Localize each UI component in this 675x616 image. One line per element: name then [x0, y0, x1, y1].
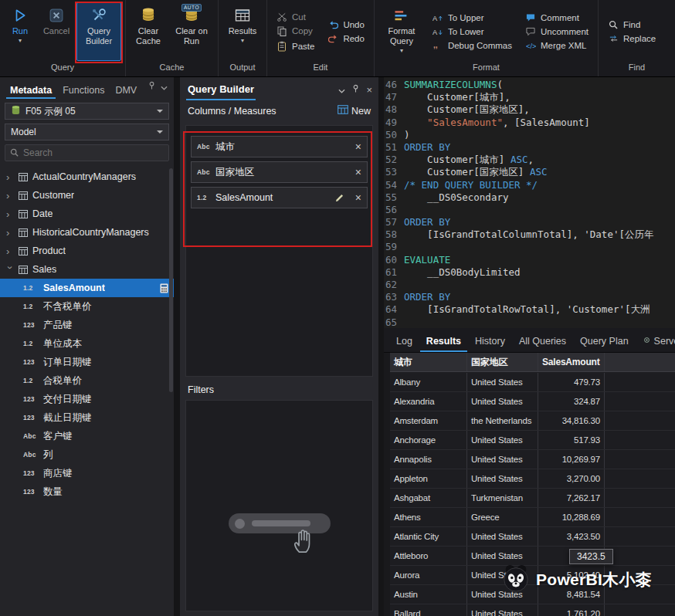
tree-item-label: 商店键	[43, 467, 73, 480]
chevron-right-icon[interactable]: ›	[6, 245, 14, 257]
panel-divider[interactable]	[174, 77, 180, 616]
table-row[interactable]: Atlantic CityUnited States3,423.50	[390, 527, 675, 547]
cut-button[interactable]: Cut	[273, 12, 318, 22]
tab-dmv[interactable]: DMV	[111, 82, 141, 99]
uncomment-button[interactable]: Uncomment	[521, 26, 592, 37]
edit-icon[interactable]	[335, 194, 344, 202]
remove-icon[interactable]: ×	[355, 141, 361, 152]
new-measure-button[interactable]: New	[338, 105, 371, 117]
tree-item[interactable]: ›ActualCountryManagers	[0, 168, 174, 186]
table-row[interactable]: Amsterdamthe Netherlands34,816.30	[390, 411, 675, 431]
format-query-button[interactable]: Format Query ▾	[378, 2, 425, 61]
panel-divider[interactable]	[378, 77, 384, 616]
to-upper-button[interactable]: A To Upper	[429, 12, 516, 23]
close-icon[interactable]: ×	[366, 84, 372, 96]
run-dropdown-caret[interactable]: ▾	[19, 38, 22, 43]
tab-log[interactable]: Log	[390, 332, 419, 352]
tab-results[interactable]: Results	[420, 332, 467, 352]
find-button[interactable]: Find	[604, 19, 660, 30]
tree-item-label: SalesAmount	[43, 283, 105, 293]
pin-icon[interactable]	[352, 84, 359, 96]
run-button[interactable]: Run ▾	[4, 2, 36, 61]
table-row[interactable]: AlbanyUnited States479.73	[390, 373, 675, 392]
to-lower-button[interactable]: A To Lower	[429, 26, 516, 37]
redo-button[interactable]: Redo	[324, 33, 368, 44]
format-query-caret[interactable]: ▾	[400, 48, 403, 53]
table-cell: Amsterdam	[390, 411, 467, 430]
tab-history[interactable]: History	[469, 332, 511, 352]
tree-item[interactable]: 123订单日期键	[0, 353, 174, 371]
tree-item[interactable]: 1.2不含税单价	[0, 297, 174, 316]
results-button[interactable]: Results ▾	[222, 2, 263, 61]
remove-icon[interactable]: ×	[355, 167, 361, 178]
columns-measures-list[interactable]: Abc城市×Abc国家地区×1.2SalesAmount×	[185, 125, 373, 377]
metadata-pane: Metadata Functions DMV F05 示例 05 Model ›…	[0, 77, 174, 616]
tree-item[interactable]: 123产品键	[0, 316, 174, 334]
code-line: 63ORDER BY	[384, 291, 675, 303]
tree-item[interactable]: 123截止日期键	[0, 408, 174, 427]
tab-metadata[interactable]: Metadata	[6, 82, 56, 99]
results-dropdown-caret[interactable]: ▾	[241, 38, 244, 43]
column-header: SalesAmount	[538, 353, 605, 371]
filters-drop-area[interactable]	[185, 400, 373, 611]
table-row[interactable]: AthensGreece10,288.69	[390, 508, 675, 527]
dax-editor[interactable]: 46SUMMARIZECOLUMNS(47 Customer[城市],48 Cu…	[384, 77, 675, 328]
table-row[interactable]: AshgabatTurkmenistan7,262.17	[390, 489, 675, 508]
tree-item[interactable]: ›Date	[0, 205, 174, 223]
debug-commas-button[interactable]: ,, Debug Commas	[429, 40, 516, 51]
code-line: 64 [IsGrandTotalRowTotal], 'Customer'[大洲	[384, 303, 675, 316]
dock-icon[interactable]	[161, 80, 168, 93]
cancel-button[interactable]: Cancel	[39, 2, 74, 61]
query-builder-item[interactable]: 1.2SalesAmount×	[191, 187, 368, 208]
code-line: 61 __DS0BodyLimited	[384, 266, 675, 279]
table-row[interactable]: BallardUnited States1,761.20	[390, 604, 675, 616]
table-row[interactable]: AlexandriaUnited States324.87	[390, 392, 675, 411]
table-row[interactable]: AppletonUnited States3,270.00	[390, 469, 675, 489]
tab-query-plan[interactable]: Query Plan	[574, 332, 635, 352]
table-row[interactable]: AnchorageUnited States517.93	[390, 431, 675, 450]
chevron-down-icon[interactable]: ›	[5, 266, 16, 273]
merge-xml-button[interactable]: </> Merge XML	[521, 40, 592, 51]
sidebar-scrollbar[interactable]	[169, 168, 173, 392]
tree-item[interactable]: Abc列	[0, 445, 174, 464]
search-input[interactable]	[23, 147, 164, 158]
tab-label: Server Ti	[654, 336, 675, 347]
metadata-search[interactable]	[5, 144, 169, 161]
tab-label: Log	[396, 336, 412, 347]
tree-item[interactable]: 1.2合税单价	[0, 371, 174, 390]
chevron-right-icon[interactable]: ›	[6, 171, 14, 183]
dock-arrow-icon[interactable]	[338, 84, 345, 96]
tree-item[interactable]: Abc客户键	[0, 427, 174, 445]
query-builder-item[interactable]: Abc城市×	[191, 136, 368, 157]
tree-item[interactable]: 123数量	[0, 482, 174, 501]
tree-item[interactable]: 1.2单位成本	[0, 334, 174, 353]
tab-functions[interactable]: Functions	[59, 82, 108, 99]
tab-server-ti[interactable]: Server Ti	[636, 332, 675, 352]
tree-item[interactable]: 1.2SalesAmount	[0, 279, 174, 297]
chevron-right-icon[interactable]: ›	[6, 190, 14, 201]
tab-all-queries[interactable]: All Queries	[513, 332, 572, 352]
tree-item[interactable]: 123交付日期键	[0, 390, 174, 408]
clear-cache-button[interactable]: Clear Cache	[130, 2, 167, 61]
query-builder-button[interactable]: Query Builder	[76, 2, 121, 61]
tree-item[interactable]: ›HistoricalCountryManagers	[0, 223, 174, 242]
tree-item[interactable]: ›Product	[0, 242, 174, 260]
chevron-right-icon[interactable]: ›	[6, 208, 14, 220]
clear-on-run-button[interactable]: AUTO Clear on Run	[169, 2, 214, 61]
table-cell: Anchorage	[390, 431, 467, 449]
chevron-right-icon[interactable]: ›	[6, 227, 14, 239]
remove-icon[interactable]: ×	[355, 192, 361, 203]
undo-button[interactable]: Undo	[324, 19, 368, 30]
connection-dropdown[interactable]: F05 示例 05	[5, 103, 169, 120]
table-row[interactable]: AnnapolisUnited States10,269.97	[390, 450, 675, 469]
paste-button[interactable]: Paste	[273, 40, 318, 52]
comment-button[interactable]: Comment	[521, 12, 592, 23]
pin-icon[interactable]	[148, 80, 155, 93]
model-dropdown[interactable]: Model	[5, 124, 169, 140]
tree-item[interactable]: ›Customer	[0, 186, 174, 205]
query-builder-item[interactable]: Abc国家地区×	[191, 161, 368, 183]
tree-item[interactable]: ›Sales	[0, 260, 174, 279]
tree-item[interactable]: 123商店键	[0, 464, 174, 482]
replace-button[interactable]: Replace	[604, 33, 660, 44]
copy-button[interactable]: Copy	[273, 25, 318, 37]
